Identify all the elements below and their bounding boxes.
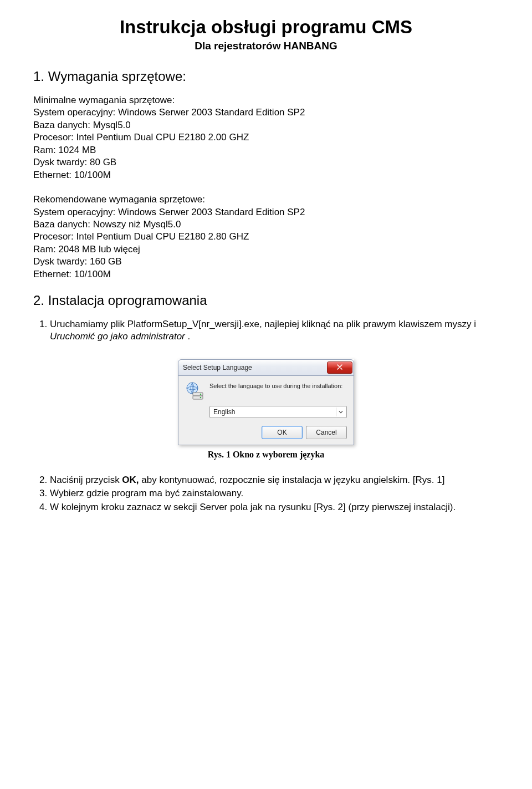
language-combobox[interactable]: English (209, 406, 347, 418)
select-language-dialog: Select Setup Language (178, 359, 354, 445)
dialog-figure: Select Setup Language (33, 359, 499, 445)
doc-subtitle: Dla rejestratorów HANBANG (33, 40, 499, 52)
step-3: Wybierz gdzie program ma być zainstalowa… (50, 487, 499, 500)
close-icon (337, 364, 342, 371)
dialog-body: Select the language to use during the in… (178, 376, 354, 445)
cancel-button[interactable]: Cancel (306, 426, 347, 439)
min-requirements: Minimalne wymagania sprzętowe: System op… (33, 94, 499, 181)
step-4: W kolejnym kroku zaznacz w sekcji Server… (50, 501, 499, 513)
step2-c: aby kontynuować, rozpocznie się instalac… (139, 475, 445, 485)
step2-a: Naciśnij przycisk (50, 475, 122, 485)
page: Instrukcja obsługi programu CMS Dla reje… (0, 0, 532, 560)
dialog-title: Select Setup Language (183, 364, 252, 371)
figure-caption: Rys. 1 Okno z wyborem języka (141, 450, 391, 460)
steps-list-1: Uruchamiamy plik PlatformSetup_V[nr_wers… (33, 318, 499, 343)
section2-heading: 2. Instalacja oprogramowania (33, 293, 499, 308)
ok-label: OK (277, 429, 287, 436)
steps-list-2: Naciśnij przycisk OK, aby kontynuować, r… (33, 474, 499, 513)
step1-text-c: . (185, 331, 190, 342)
svg-point-4 (200, 397, 202, 399)
rec-requirements: Rekomendowane wymagania sprzętowe: Syste… (33, 194, 499, 281)
dialog-titlebar: Select Setup Language (178, 359, 354, 376)
language-selected: English (213, 408, 235, 416)
chevron-down-icon (336, 408, 345, 416)
dialog-message: Select the language to use during the in… (209, 381, 342, 400)
section1-heading: 1. Wymagania sprzętowe: (33, 69, 499, 84)
step2-b: OK, (122, 475, 139, 485)
step-2: Naciśnij przycisk OK, aby kontynuować, r… (50, 474, 499, 486)
cancel-label: Cancel (316, 429, 336, 436)
step1-text-italic: Uruchomić go jako administrator (50, 331, 185, 342)
ok-button[interactable]: OK (262, 426, 303, 439)
doc-title: Instrukcja obsługi programu CMS (33, 17, 499, 38)
globe-disk-icon (185, 381, 204, 400)
step1-text-a: Uruchamiamy plik PlatformSetup_V[nr_wers… (50, 319, 476, 329)
step-1: Uruchamiamy plik PlatformSetup_V[nr_wers… (50, 318, 499, 343)
close-button[interactable] (327, 362, 352, 374)
svg-point-3 (200, 394, 202, 395)
